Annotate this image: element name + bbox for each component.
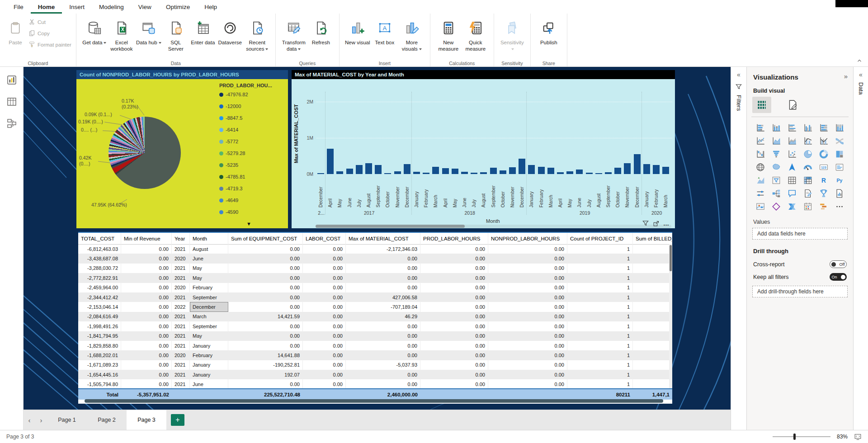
report-view-button[interactable] (5, 73, 19, 87)
table-cell[interactable]: 2021 (172, 312, 190, 321)
table-cell[interactable]: 0.00 (121, 379, 172, 388)
table-cell[interactable] (633, 302, 672, 311)
format-painter-button[interactable]: Format painter (28, 39, 71, 50)
filled-map-icon[interactable] (768, 160, 784, 174)
table-cell[interactable]: 0.00 (228, 379, 303, 388)
table-cell[interactable]: 2021 (172, 292, 190, 302)
table-cell[interactable]: 1 (567, 350, 633, 360)
bar-july[interactable] (586, 173, 593, 174)
table-cell[interactable]: January (190, 370, 228, 379)
table-cell[interactable]: December (190, 302, 228, 311)
table-cell[interactable]: -2,344,412.42 (78, 292, 121, 302)
table-row[interactable]: -1,688,202.010.002020February14,641.880.… (78, 350, 672, 360)
table-cell[interactable]: 0.00 (346, 379, 420, 388)
bar-april[interactable] (327, 149, 334, 174)
donut-chart-icon[interactable] (816, 147, 831, 160)
table-cell[interactable]: -3,438,687.08 (78, 254, 121, 263)
stacked-area-chart-icon[interactable] (784, 134, 800, 147)
add-drill-through-fields-well[interactable]: Add drill-through fields here (752, 286, 848, 297)
table-cell[interactable]: 0.00 (303, 331, 346, 341)
bar-february[interactable] (538, 167, 545, 174)
table-cell[interactable]: 1 (567, 360, 633, 370)
data-hub-button[interactable]: Data hub (136, 16, 162, 46)
column-header-prod_labor_hours[interactable]: PROD_LABOR_HOURS (420, 233, 488, 244)
table-cell[interactable]: 2021 (172, 264, 190, 273)
r-script-visual-icon[interactable]: R (816, 174, 831, 187)
fit-to-page-icon[interactable] (854, 433, 862, 441)
stacked-bar-chart-icon[interactable] (752, 121, 768, 134)
table-cell[interactable]: 0.00 (228, 264, 303, 273)
table-cell[interactable]: 0.00 (420, 302, 488, 311)
table-cell[interactable]: 1 (567, 254, 633, 263)
table-row[interactable]: -2,153,046.140.002022December0.000.00-70… (78, 302, 672, 311)
bar-june[interactable] (346, 169, 353, 174)
table-cell[interactable]: 0.00 (488, 341, 567, 350)
line-and-stacked-column-chart-icon[interactable] (800, 134, 816, 147)
pie-legend-item[interactable]: -4649 (219, 198, 238, 203)
menu-optimize[interactable]: Optimize (159, 1, 197, 14)
column-header-year[interactable]: Year (172, 233, 190, 244)
bar-october[interactable] (384, 173, 391, 174)
qa-visual-icon[interactable] (784, 187, 800, 200)
data-panel-label[interactable]: Data (858, 82, 864, 94)
table-cell[interactable]: 0.00 (488, 321, 567, 331)
recent-sources-button[interactable]: Recent sources (244, 16, 270, 52)
paginated-report-icon[interactable] (831, 187, 847, 200)
line-and-clustered-column-chart-icon[interactable] (816, 134, 831, 147)
bar-october[interactable] (500, 170, 506, 174)
keep-all-filters-toggle[interactable]: On (830, 273, 847, 281)
pie-legend-item[interactable]: -6414 (219, 127, 238, 132)
cross-report-toggle[interactable]: Off (830, 260, 847, 268)
table-cell[interactable]: 1 (567, 244, 633, 254)
pie-legend-item[interactable]: -47976.82 (219, 92, 248, 97)
column-header-max-of-material_cost[interactable]: Max of MATERIAL_COST (346, 233, 420, 244)
arcgis-map-icon[interactable] (752, 200, 768, 213)
column-header-sum-of-billed_[interactable]: Sum of BILLED_ (633, 233, 672, 244)
bar-november[interactable] (509, 167, 516, 174)
report-canvas[interactable]: Count of NONPROD_LABOR_HOURS by PROD_LAB… (24, 67, 731, 410)
table-cell[interactable]: February (190, 283, 228, 292)
table-cell[interactable]: 0.00 (420, 331, 488, 341)
matrix-icon[interactable] (800, 174, 816, 187)
table-cell[interactable]: 0.00 (488, 360, 567, 370)
page-tab-2[interactable]: Page 2 (87, 410, 127, 430)
table-cell[interactable]: January (190, 360, 228, 370)
bar-september[interactable] (375, 165, 382, 174)
table-cell[interactable]: 0.00 (420, 312, 488, 321)
menu-home[interactable]: Home (31, 1, 62, 14)
table-cell[interactable]: 0.00 (121, 244, 172, 254)
table-cell[interactable]: 2020 (172, 254, 190, 263)
table-cell[interactable]: 192.07 (228, 370, 303, 379)
table-cell[interactable]: 0.00 (420, 379, 488, 388)
bar-june[interactable] (461, 172, 468, 174)
table-cell[interactable]: 0.00 (303, 292, 346, 302)
table-cell[interactable]: 0.00 (303, 254, 346, 263)
table-row[interactable]: -2,344,412.420.002021September0.000.0042… (78, 292, 672, 302)
table-cell[interactable]: 1 (567, 370, 633, 379)
line-chart-icon[interactable] (752, 134, 768, 147)
ribbon-chart-icon[interactable] (831, 134, 847, 147)
bar-april[interactable] (442, 168, 449, 174)
page-tab-1[interactable]: Page 1 (47, 410, 87, 430)
dataverse-button[interactable]: Dataverse (217, 16, 243, 46)
table-cell[interactable]: 2021 (172, 360, 190, 370)
table-cell[interactable]: 1 (567, 312, 633, 321)
table-cell[interactable]: 0.00 (228, 244, 303, 254)
card-icon[interactable]: 123 (816, 160, 831, 174)
expand-data-icon[interactable]: « (859, 71, 863, 78)
table-cell[interactable]: 2021 (172, 379, 190, 388)
bar-july[interactable] (356, 165, 363, 174)
table-cell[interactable]: 427,006.58 (346, 292, 420, 302)
pie-legend-item[interactable]: -12000 (219, 104, 241, 109)
table-cell[interactable]: -707,189.04 (346, 302, 420, 311)
quick-measure-button[interactable]: Quick measure (462, 16, 489, 52)
map-icon[interactable] (752, 160, 768, 174)
bar-october[interactable] (614, 168, 621, 174)
table-cell[interactable]: 0.00 (420, 244, 488, 254)
pie-legend-item[interactable]: -5279.28 (219, 151, 245, 156)
table-cell[interactable]: 14,421.59 (228, 312, 303, 321)
scatter-chart-icon[interactable] (784, 147, 800, 160)
table-cell[interactable]: September (190, 292, 228, 302)
table-cell[interactable]: 0.00 (488, 302, 567, 311)
table-cell[interactable]: 0.00 (303, 379, 346, 388)
